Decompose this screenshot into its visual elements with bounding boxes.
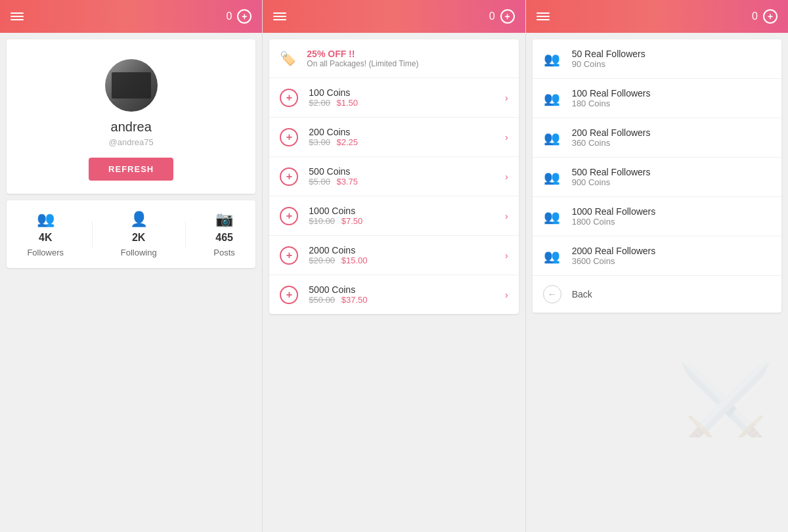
coin-item-500[interactable]: + 500 Coins $5.00 $3.75 › bbox=[269, 156, 518, 196]
chevron-icon-200: › bbox=[505, 132, 508, 143]
coin-add-icon-200: + bbox=[280, 128, 298, 146]
coin-text-200: 200 Coins $3.00 $2.25 bbox=[309, 127, 494, 147]
profile-card: andrea @andrea75 REFRESH bbox=[7, 39, 255, 194]
stats-card: 4K Followers 2K Following 465 Posts bbox=[7, 200, 255, 268]
follower-item-100[interactable]: 100 Real Followers 180 Coins bbox=[533, 78, 781, 118]
coin-item-200[interactable]: + 200 Coins $3.00 $2.25 › bbox=[269, 117, 518, 156]
hamburger-menu[interactable] bbox=[11, 12, 24, 20]
menu-line-2 bbox=[11, 16, 24, 17]
posts-count: 465 bbox=[215, 232, 233, 244]
coin-text-100: 100 Coins $2.00 $1.50 bbox=[309, 87, 494, 108]
coin-text-500: 500 Coins $5.00 $3.75 bbox=[309, 166, 494, 187]
hamburger-menu-coins[interactable] bbox=[273, 12, 286, 20]
price-old-2000: $20.00 bbox=[309, 255, 335, 265]
follower-name-2000: 2000 Real Followers bbox=[572, 246, 771, 256]
profile-username: @andrea75 bbox=[109, 137, 154, 147]
followers-people-icon-100 bbox=[543, 91, 561, 106]
follower-item-1000[interactable]: 1000 Real Followers 1800 Coins bbox=[533, 196, 781, 236]
promo-item: 🏷️ 25% OFF !! On all Packages! (Limited … bbox=[269, 39, 518, 78]
follower-text-500: 500 Real Followers 900 Coins bbox=[572, 167, 771, 187]
coin-price-2000: $20.00 $15.00 bbox=[309, 255, 494, 265]
menu-line-coins-2 bbox=[273, 16, 286, 17]
coin-name-500: 500 Coins bbox=[309, 166, 494, 177]
header-right-followers: 0 + bbox=[752, 9, 777, 24]
follower-coins-50: 90 Coins bbox=[572, 59, 771, 69]
avatar bbox=[105, 59, 158, 112]
header-right-profile: 0 + bbox=[226, 9, 252, 24]
coins-panel: 0 + 🏷️ 25% OFF !! On all Packages! (Limi… bbox=[262, 0, 525, 532]
menu-line-1 bbox=[11, 12, 24, 14]
promo-title: 25% OFF !! bbox=[307, 49, 418, 59]
follower-item-500[interactable]: 500 Real Followers 900 Coins bbox=[533, 157, 781, 196]
followers-people-icon-2000 bbox=[543, 248, 561, 264]
header-coins: 0 + bbox=[263, 0, 525, 33]
follower-item-2000[interactable]: 2000 Real Followers 3600 Coins bbox=[533, 236, 781, 275]
add-coins-button-coins[interactable]: + bbox=[500, 9, 515, 24]
refresh-button[interactable]: REFRESH bbox=[89, 158, 173, 181]
header-followers: 0 + bbox=[526, 0, 788, 33]
coin-item-5000[interactable]: + 5000 Coins $50.00 $37.50 › bbox=[269, 275, 518, 314]
coin-item-1000[interactable]: + 1000 Coins $10.00 $7.50 › bbox=[269, 196, 518, 235]
menu-line-followers-1 bbox=[536, 12, 550, 14]
price-new-1000: $7.50 bbox=[341, 216, 363, 226]
follower-name-500: 500 Real Followers bbox=[572, 167, 771, 177]
followers-panel: 0 + 50 Real Followers 90 Coins 100 Real … bbox=[525, 0, 788, 532]
following-label: Following bbox=[121, 248, 157, 257]
menu-line-followers-3 bbox=[536, 19, 550, 20]
followers-count: 4K bbox=[39, 232, 52, 244]
watermark-area: ⚔️ bbox=[533, 319, 781, 437]
menu-line-coins-3 bbox=[273, 19, 286, 20]
follower-name-50: 50 Real Followers bbox=[572, 49, 771, 59]
coin-add-icon-2000: + bbox=[280, 246, 298, 265]
follower-coins-500: 900 Coins bbox=[572, 177, 771, 187]
profile-content: andrea @andrea75 REFRESH 4K Followers 2K… bbox=[0, 33, 262, 532]
price-old-200: $3.00 bbox=[309, 137, 330, 147]
follower-item-50[interactable]: 50 Real Followers 90 Coins bbox=[533, 39, 781, 78]
back-button[interactable]: ← Back bbox=[533, 275, 781, 313]
avatar-image bbox=[105, 59, 158, 112]
follower-text-200: 200 Real Followers 360 Coins bbox=[572, 127, 771, 148]
coin-add-icon-500: + bbox=[280, 167, 298, 186]
follower-text-100: 100 Real Followers 180 Coins bbox=[572, 88, 771, 108]
price-old-100: $2.00 bbox=[309, 98, 330, 108]
follower-coins-100: 180 Coins bbox=[572, 99, 771, 108]
chevron-icon-100: › bbox=[505, 93, 508, 103]
followers-content: 50 Real Followers 90 Coins 100 Real Foll… bbox=[526, 33, 788, 532]
coin-text-1000: 1000 Coins $10.00 $7.50 bbox=[309, 206, 494, 226]
coin-count-coins: 0 bbox=[489, 11, 495, 22]
profile-name: andrea bbox=[111, 120, 152, 135]
promo-subtitle: On all Packages! (Limited Time) bbox=[307, 59, 418, 68]
chevron-icon-500: › bbox=[505, 171, 508, 182]
price-new-500: $3.75 bbox=[337, 177, 359, 187]
followers-people-icon-50 bbox=[543, 51, 561, 67]
add-coins-button-followers[interactable]: + bbox=[763, 9, 777, 24]
follower-coins-200: 360 Coins bbox=[572, 138, 771, 148]
coin-item-100[interactable]: + 100 Coins $2.00 $1.50 › bbox=[269, 78, 518, 117]
followers-people-icon-1000 bbox=[543, 209, 561, 225]
menu-line-followers-2 bbox=[536, 16, 550, 17]
watermark-icon: ⚔️ bbox=[676, 365, 775, 437]
menu-line-coins-1 bbox=[273, 12, 286, 14]
coin-item-2000[interactable]: + 2000 Coins $20.00 $15.00 › bbox=[269, 235, 518, 275]
following-count: 2K bbox=[132, 232, 145, 244]
coin-price-200: $3.00 $2.25 bbox=[309, 137, 494, 147]
follower-item-200[interactable]: 200 Real Followers 360 Coins bbox=[533, 118, 781, 157]
price-new-5000: $37.50 bbox=[341, 295, 368, 305]
follower-text-2000: 2000 Real Followers 3600 Coins bbox=[572, 246, 771, 266]
posts-icon bbox=[215, 211, 233, 228]
followers-label: Followers bbox=[27, 248, 64, 257]
add-coins-button-profile[interactable]: + bbox=[237, 9, 252, 24]
coin-count-profile: 0 bbox=[226, 11, 232, 22]
stats-row: 4K Followers 2K Following 465 Posts bbox=[7, 200, 255, 268]
coin-price-5000: $50.00 $37.50 bbox=[309, 295, 494, 305]
followers-icon bbox=[37, 211, 55, 228]
followers-people-icon-200 bbox=[543, 130, 561, 146]
coin-text-5000: 5000 Coins $50.00 $37.50 bbox=[309, 284, 494, 305]
coin-name-1000: 1000 Coins bbox=[309, 206, 494, 216]
coin-name-2000: 2000 Coins bbox=[309, 245, 494, 255]
menu-line-3 bbox=[11, 19, 24, 20]
price-old-1000: $10.00 bbox=[309, 216, 335, 226]
promo-tag-icon: 🏷️ bbox=[280, 51, 296, 66]
stat-followers: 4K Followers bbox=[27, 211, 64, 257]
hamburger-menu-followers[interactable] bbox=[536, 12, 550, 20]
